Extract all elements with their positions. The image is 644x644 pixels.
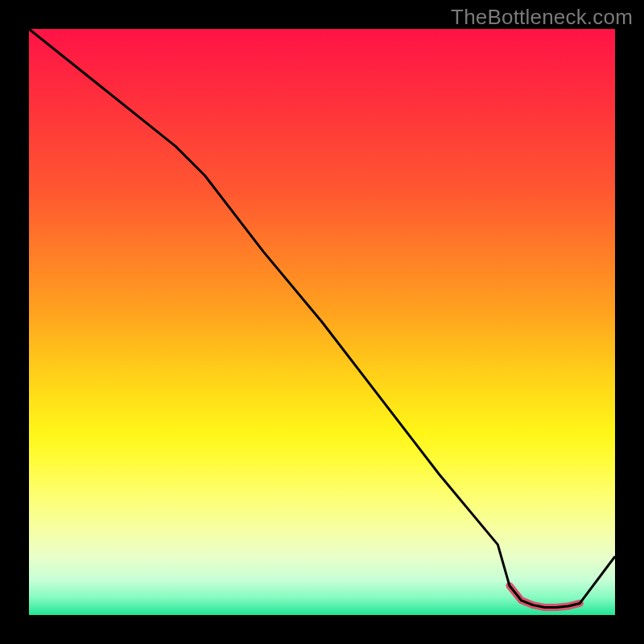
chart-container: TheBottleneck.com: [0, 0, 644, 644]
chart-data-line: [29, 29, 615, 608]
chart-flat-highlight: [510, 586, 580, 608]
watermark-text: TheBottleneck.com: [451, 5, 633, 30]
chart-overlay: [29, 29, 615, 615]
